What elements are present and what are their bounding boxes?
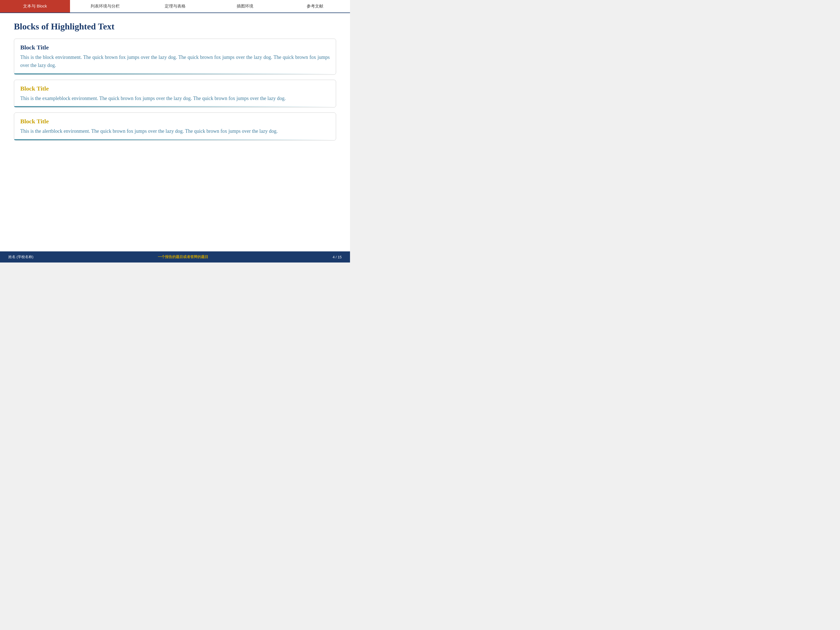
footer-center: 一个报告的题目或者答辩的题目 [158,254,208,259]
block-3-body: This is the alertblock environment. The … [20,127,330,135]
block-1-title: Block Title [20,44,330,51]
footer-right: 4 / 15 [333,255,342,259]
nav-item-4[interactable]: 参考文献 [280,0,350,13]
block-1: Block Title This is the block environmen… [14,39,336,75]
nav-item-3[interactable]: 插图环境 [210,0,280,13]
nav-bar: 文本与 Block 列表环境与分栏 定理与表格 插图环境 参考文献 [0,0,350,13]
block-3-title: Block Title [20,118,330,125]
footer-left: 姓名 (学校名称) [8,254,33,259]
nav-item-0[interactable]: 文本与 Block [0,0,70,13]
slide: 文本与 Block 列表环境与分栏 定理与表格 插图环境 参考文献 Blocks… [0,0,350,262]
footer: 姓名 (学校名称) 一个报告的题目或者答辩的题目 4 / 15 [0,251,350,262]
main-content: Blocks of Highlighted Text Block Title T… [0,13,350,251]
block-2-title: Block Title [20,85,330,92]
nav-item-2[interactable]: 定理与表格 [140,0,210,13]
page-title: Blocks of Highlighted Text [14,21,336,32]
block-3: Block Title This is the alertblock envir… [14,112,336,141]
nav-item-1[interactable]: 列表环境与分栏 [70,0,140,13]
block-2: Block Title This is the exampleblock env… [14,80,336,108]
block-2-body: This is the exampleblock environment. Th… [20,95,330,103]
block-1-body: This is the block environment. The quick… [20,53,330,69]
